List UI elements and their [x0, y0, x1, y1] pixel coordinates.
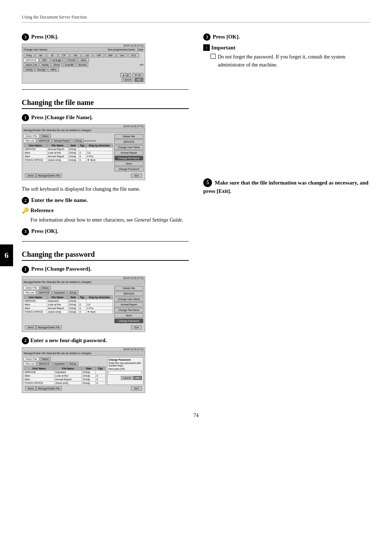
screen1-name-rows2: Jason Lee Sandy Ethan Scanfile Normal 4/… — [24, 63, 143, 67]
screen3-top-info: 10/16 10:20 (T+0) — [22, 276, 145, 280]
screen1-tabs: Freq All B CF GK LN OR SW Unt XYZ — [24, 53, 143, 57]
step1-password: 1 Press [Change Password]. — [22, 266, 189, 273]
screen3-main: Select File Status File List SERVICE Imp… — [24, 286, 143, 324]
reference-text: For information about how to enter chara… — [22, 216, 189, 224]
screen3-body: Select File Status File List SERVICE Imp… — [22, 284, 145, 332]
top-step3-label: 3 Press [OK]. — [22, 33, 189, 41]
screen4-table: User Name File Name Date Pgs SERVICE Imp… — [24, 366, 106, 385]
screen3-navtabs: Select File Status — [24, 286, 113, 290]
section-heading-password: Changing the password — [22, 250, 189, 261]
step3-filename: 3 Press [OK]. — [22, 228, 189, 235]
screen2-right: Delete File SERVICE Change User Name Ann… — [114, 134, 143, 172]
important-box: ! Important Do not forget the password. … — [203, 44, 370, 69]
screen4-right-popup: Change Password Enter the new password w… — [107, 357, 143, 385]
screen3-right: Delete File SERVICE Change User Name Ann… — [114, 286, 143, 324]
step3-text: Press [OK]. — [31, 228, 58, 234]
step1-pwd-circle: 1 — [22, 266, 29, 273]
divider-1 — [22, 89, 189, 90]
checkbox-item: Do not forget the password. If you forge… — [211, 53, 370, 69]
screen1-label: Change User Names Clear Non-programmed N… — [22, 48, 145, 52]
screen1-top-info: 10/16 10:20 (T+0) — [22, 44, 145, 48]
reference-icon: 🔑 — [22, 207, 29, 214]
screen1-body: Freq All B CF GK LN OR SW Unt XYZ SERVIC… — [22, 52, 145, 83]
screen3-left: Select File Status File List SERVICE Imp… — [24, 286, 113, 324]
screen2-body: Select File Status File List SERVICE Ann… — [22, 133, 145, 180]
screen2-bottom: Send Manage/Delete File Exit — [24, 173, 143, 178]
important-icon: ! — [203, 44, 210, 51]
screen2-left: Select File Status File List SERVICE Ann… — [24, 134, 113, 172]
screen-mockup-3: 10/16 10:20 (T+0) Manage/Delete File Sel… — [22, 276, 145, 332]
step5-circle: 5 — [203, 178, 212, 187]
step3-right-circle: 3 — [203, 33, 211, 41]
step3-circle-top: 3 — [22, 33, 29, 41]
screen4-top-info: 10/16 10:20 (T+0) — [22, 348, 145, 351]
left-column: 3 Press [OK]. 10/16 10:20 (T+0) Change U… — [22, 33, 189, 398]
screen4-bottom: Send Manage/Delete File Exit — [24, 386, 143, 391]
screen-mockup-2: 10/16 10:20 (T+0) Manage/Delete File Sel… — [22, 124, 145, 180]
screen3-subnav: File List SERVICE Important 24July — [24, 291, 113, 295]
screen4-left: Select File Status File List SERVICE Imp… — [24, 357, 106, 385]
divider-2 — [22, 241, 189, 242]
section-heading-filename: Changing the file name — [22, 98, 189, 109]
screen2-table: User Name File Name Date Pgs Disp by Sel… — [24, 143, 113, 162]
step2-circle: 2 — [22, 197, 29, 204]
step5-big: 5 Make sure that the file information wa… — [203, 178, 370, 195]
screen2-subnav: File List SERVICE Annual Report 24July — [24, 139, 113, 143]
screen4-main: Select File Status File List SERVICE Imp… — [24, 357, 143, 385]
checkbox — [211, 54, 216, 59]
step1-circle: 1 — [22, 114, 29, 121]
screen-mockup-4: 10/16 10:20 (T+0) Manage/Delete File Sel… — [22, 347, 145, 393]
screen3-bottom: Send Manage/Delete File Exit — [24, 325, 143, 330]
screen2-main: Select File Status File List SERVICE Ann… — [24, 134, 143, 172]
screen3-table: User Name File Name Date Pgs Disp by Sel… — [24, 295, 113, 314]
page-number: 74 — [22, 413, 370, 418]
tab-number-6: 6 — [0, 244, 13, 266]
step2-pwd-circle: 2 — [22, 337, 29, 344]
screen4-subnav: File List SERVICE Important 24July — [24, 362, 106, 366]
screen2-label: Manage/Delete File Selected file can be … — [22, 128, 145, 133]
screen3-label: Manage/Delete File Selected file can be … — [22, 280, 145, 284]
step1-filename: 1 Press [Change File Name]. — [22, 114, 189, 121]
right-column: 3 Press [OK]. ! Important Do not forget … — [203, 33, 370, 398]
reference-heading: 🔑 Reference — [22, 207, 189, 214]
step1-filename-text: Press [Change File Name]. — [31, 114, 93, 121]
step1-pwd-text: Press [Change Password]. — [31, 266, 91, 272]
screen2-navtabs: Select File Status — [24, 134, 113, 138]
important-text: Do not forget the password. If you forge… — [203, 53, 370, 69]
password-section: 6 Changing the password — [22, 250, 189, 261]
screen1-name-rows: SERVICE GIO arrange 1 Pennie Alice — [24, 58, 143, 62]
important-heading: ! Important — [203, 44, 370, 51]
step2-text: Enter the new file name. — [31, 197, 88, 203]
screen2-top-info: 10/16 10:20 (T+0) — [22, 125, 145, 128]
screen1-name-rows3: Sandy George Allice — [24, 68, 143, 72]
step2-filename: 2 Enter the new file name. — [22, 197, 189, 204]
step3-circle: 3 — [22, 228, 29, 235]
screen4-navtabs: Select File Status — [24, 357, 106, 361]
screen4-label: Manage/Delete File Selected file can be … — [22, 351, 145, 356]
step3-right-text: Press [OK]. — [213, 34, 240, 40]
page-header: Using the Document Server Function — [22, 15, 370, 23]
screen-mockup-1: 10/16 10:20 (T+0) Change User Names Clea… — [22, 44, 145, 84]
step2-password: 2 Enter a new four-digit password. — [22, 337, 189, 344]
step3-right: 3 Press [OK]. — [203, 33, 370, 41]
screen4-body: Select File Status File List SERVICE Imp… — [22, 356, 145, 393]
body-text-keyboard: The soft keyboard is displayed for chang… — [22, 185, 189, 193]
top-step3-text: Press [OK]. — [31, 34, 58, 40]
